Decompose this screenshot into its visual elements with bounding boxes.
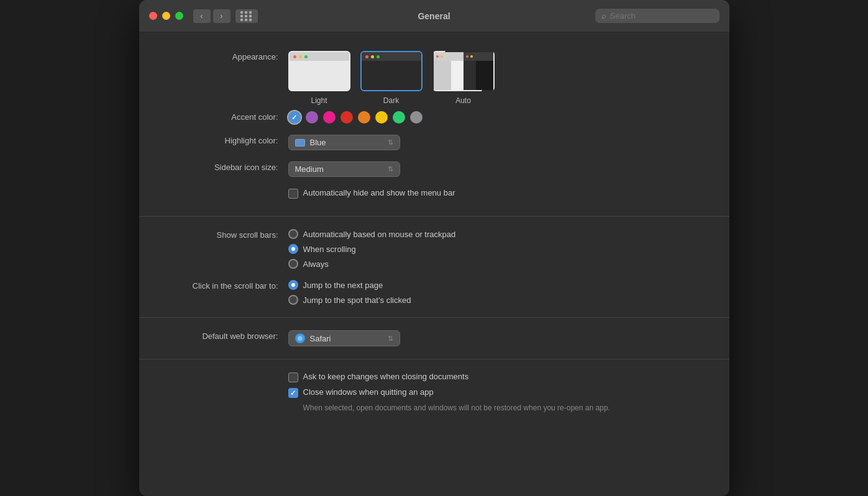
scroll-bars-when-scrolling-radio[interactable] — [288, 244, 298, 254]
scroll-bars-when-scrolling-label: When scrolling — [303, 245, 356, 254]
highlight-color-row: Highlight color: Blue ⇅ — [139, 135, 729, 150]
window-title: General — [418, 11, 450, 21]
browser-dropdown-arrow: ⇅ — [388, 335, 393, 343]
default-browser-dropdown[interactable]: ⊙ Safari ⇅ — [288, 330, 400, 346]
auto-dot-1 — [436, 55, 439, 58]
search-box[interactable]: ⌕ — [595, 9, 720, 23]
highlight-color-control: Blue ⇅ — [288, 135, 705, 150]
divider-3 — [139, 359, 729, 359]
click-scroll-bar-control: Jump to the next page Jump to the spot t… — [288, 280, 705, 305]
sidebar-icon-size-row: Sidebar icon size: Medium ⇅ — [139, 161, 729, 177]
click-scroll-spot[interactable]: Jump to the spot that’s clicked — [288, 295, 705, 305]
default-browser-value: ⊙ Safari — [295, 333, 331, 343]
auto-dot-3 — [466, 55, 468, 58]
search-input[interactable] — [610, 11, 713, 20]
auto-dot-2 — [441, 55, 443, 58]
keep-changes-checkbox[interactable] — [288, 372, 298, 382]
scroll-bars-auto[interactable]: Automatically based on mouse or trackpad — [288, 229, 705, 239]
minimize-button[interactable] — [162, 12, 170, 20]
accent-color-control — [288, 111, 705, 124]
auto-dot-4 — [470, 55, 473, 58]
accent-pink[interactable] — [323, 111, 336, 124]
auto-hide-checkbox[interactable] — [288, 189, 298, 199]
back-button[interactable]: ‹ — [193, 9, 211, 23]
click-scroll-spot-label: Jump to the spot that’s clicked — [303, 295, 411, 305]
scroll-bars-always-label: Always — [303, 259, 329, 269]
divider-1 — [139, 216, 729, 217]
show-scroll-bars-label: Show scroll bars: — [164, 229, 288, 240]
appearance-option-dark[interactable]: Dark — [360, 51, 423, 105]
appearance-label: Appearance: — [164, 51, 288, 61]
click-scroll-next-page[interactable]: Jump to the next page — [288, 280, 705, 290]
keep-changes-row: Ask to keep changes when closing documen… — [288, 372, 610, 382]
highlight-color-label: Highlight color: — [164, 135, 288, 145]
appearance-row: Appearance: — [139, 51, 729, 105]
click-scroll-bar-row: Click in the scroll bar to: Jump to the … — [139, 280, 729, 305]
click-scroll-next-page-radio[interactable] — [288, 280, 298, 290]
dark-dot-2 — [371, 55, 374, 58]
light-dot-3 — [304, 55, 308, 58]
accent-purple[interactable] — [306, 111, 318, 124]
appearance-option-light[interactable]: Light — [288, 51, 350, 105]
auto-hide-control: Automatically hide and show the menu bar — [288, 188, 705, 204]
scroll-bars-always[interactable]: Always — [288, 259, 705, 269]
dark-label: Dark — [383, 96, 399, 105]
highlight-swatch — [295, 139, 305, 147]
sidebar-icon-size-control: Medium ⇅ — [288, 161, 705, 177]
scroll-bars-when-scrolling[interactable]: When scrolling — [288, 244, 705, 254]
search-icon: ⌕ — [601, 11, 606, 20]
appearance-thumbnails: Light — [288, 51, 705, 105]
appearance-option-auto[interactable]: Auto — [432, 51, 495, 105]
grid-view-button[interactable] — [235, 9, 258, 23]
grid-icon — [240, 11, 252, 21]
show-scroll-bars-row: Show scroll bars: Automatically based on… — [139, 229, 729, 269]
content-area: Appearance: — [139, 32, 729, 496]
scroll-bars-auto-radio[interactable] — [288, 229, 298, 239]
dark-thumbnail — [360, 51, 423, 91]
highlight-dropdown-arrow: ⇅ — [388, 138, 393, 147]
auto-hide-menu-bar-row: Automatically hide and show the menu bar — [139, 188, 729, 204]
close-windows-checkbox[interactable] — [288, 388, 298, 398]
accent-yellow[interactable] — [375, 111, 388, 124]
show-scroll-bars-control: Automatically based on mouse or trackpad… — [288, 229, 705, 269]
dark-thumb-titlebar — [362, 52, 421, 61]
checkboxes-control: Ask to keep changes when closing documen… — [288, 372, 610, 413]
accent-red[interactable] — [340, 111, 353, 124]
click-scroll-next-page-label: Jump to the next page — [303, 281, 383, 290]
maximize-button[interactable] — [175, 12, 183, 20]
auto-hide-label: Automatically hide and show the menu bar — [303, 188, 455, 197]
sidebar-icon-size-dropdown[interactable]: Medium ⇅ — [288, 161, 400, 177]
traffic-lights — [149, 12, 183, 20]
highlight-color-value: Blue — [295, 138, 326, 147]
default-browser-control: ⊙ Safari ⇅ — [288, 330, 705, 346]
scroll-bars-radio-group: Automatically based on mouse or trackpad… — [288, 229, 705, 269]
default-browser-row: Default web browser: ⊙ Safari ⇅ — [139, 330, 729, 346]
safari-icon: ⊙ — [295, 333, 305, 343]
dark-dot-1 — [365, 55, 368, 58]
sidebar-icon-size-label: Sidebar icon size: — [164, 161, 288, 172]
close-windows-helper: When selected, open documents and window… — [303, 403, 610, 413]
nav-buttons: ‹ › — [193, 9, 231, 23]
accent-orange[interactable] — [358, 111, 370, 124]
preferences-window: ‹ › General ⌕ Appearance: — [139, 0, 729, 496]
light-dot-1 — [293, 55, 296, 58]
click-scroll-bar-radio-group: Jump to the next page Jump to the spot t… — [288, 280, 705, 305]
light-label: Light — [311, 96, 327, 105]
sidebar-size-dropdown-arrow: ⇅ — [388, 165, 393, 173]
auto-thumbnail — [432, 51, 495, 91]
close-button[interactable] — [149, 12, 157, 20]
accent-color-row: Accent color: — [139, 111, 729, 124]
default-browser-label: Default web browser: — [164, 330, 288, 341]
scroll-bars-always-radio[interactable] — [288, 259, 298, 269]
accent-green[interactable] — [393, 111, 405, 124]
keep-changes-label: Ask to keep changes when closing documen… — [303, 372, 469, 381]
forward-button[interactable]: › — [213, 9, 231, 23]
auto-label: Auto — [455, 96, 471, 105]
auto-hide-checkbox-row[interactable]: Automatically hide and show the menu bar — [288, 188, 705, 199]
highlight-color-dropdown[interactable]: Blue ⇅ — [288, 135, 400, 150]
sidebar-icon-size-value: Medium — [295, 165, 324, 174]
click-scroll-spot-radio[interactable] — [288, 295, 298, 305]
accent-blue[interactable] — [288, 111, 301, 124]
accent-graphite[interactable] — [410, 111, 423, 124]
accent-color-label: Accent color: — [164, 111, 288, 122]
